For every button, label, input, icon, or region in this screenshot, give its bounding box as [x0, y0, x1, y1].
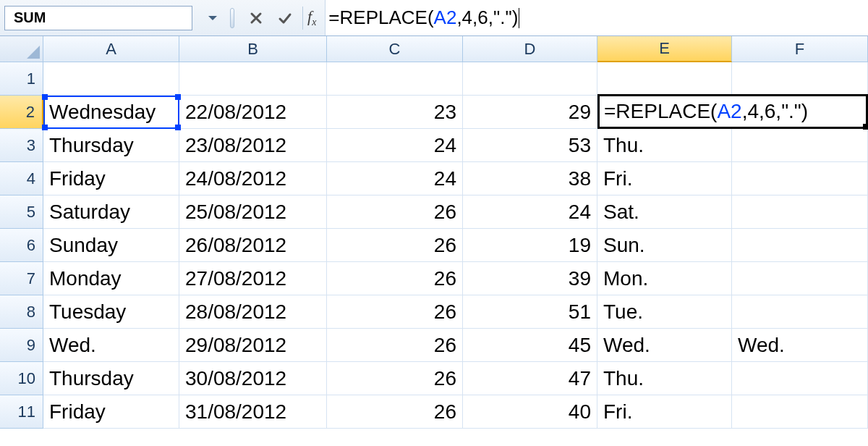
cell[interactable]: 40 — [463, 395, 597, 429]
cell[interactable]: Friday — [43, 162, 179, 195]
cell[interactable] — [43, 62, 179, 96]
column-header[interactable]: F — [732, 36, 868, 62]
cell[interactable]: Sun. — [597, 229, 732, 262]
row-header[interactable]: 11 — [0, 395, 43, 429]
cell[interactable]: Fri. — [597, 162, 732, 195]
editing-formula-suffix: ,4,6,".") — [742, 100, 808, 123]
cell[interactable]: 39 — [463, 262, 597, 295]
cell[interactable]: 25/08/2012 — [179, 195, 327, 229]
cell[interactable]: 22/08/2012 — [179, 96, 327, 129]
cell[interactable]: Wed. — [732, 329, 868, 362]
cell[interactable] — [732, 162, 868, 195]
cell[interactable]: Sunday — [43, 229, 179, 262]
fx-icon[interactable]: fx — [307, 7, 316, 28]
cell[interactable]: 28/08/2012 — [179, 295, 327, 329]
name-box-dropdown[interactable] — [200, 5, 226, 31]
cell[interactable]: Sat. — [597, 195, 732, 229]
formula-input[interactable]: =REPLACE(A2,4,6,".") — [325, 0, 868, 35]
cell[interactable]: 23/08/2012 — [179, 129, 327, 162]
cell[interactable]: Thursday — [43, 362, 179, 395]
cell[interactable]: Mon. — [597, 262, 732, 295]
cell[interactable]: Wed. — [597, 329, 732, 362]
column-header[interactable]: B — [179, 36, 327, 62]
cell[interactable] — [732, 295, 868, 329]
cell[interactable]: Fri. — [597, 395, 732, 429]
cell[interactable]: 24 — [327, 162, 463, 195]
cell[interactable]: 26 — [327, 195, 463, 229]
cell[interactable]: Wednesday — [43, 96, 179, 129]
cell[interactable]: 26 — [327, 395, 463, 429]
cell[interactable] — [732, 62, 868, 96]
cell[interactable]: 24/08/2012 — [179, 162, 327, 195]
cell[interactable]: Monday — [43, 262, 179, 295]
cell[interactable]: Wed. — [43, 329, 179, 362]
cell[interactable]: 29/08/2012 — [179, 329, 327, 362]
cell[interactable]: 26 — [327, 295, 463, 329]
cell[interactable]: 30/08/2012 — [179, 362, 327, 395]
cell[interactable]: 26 — [327, 262, 463, 295]
cell[interactable]: 26 — [327, 329, 463, 362]
table-row: 8 Tuesday 28/08/2012 26 51 Tue. — [0, 295, 868, 329]
cell[interactable]: 29 — [463, 96, 597, 129]
column-header[interactable]: D — [463, 36, 597, 62]
enter-formula-icon[interactable] — [272, 5, 298, 31]
cell[interactable]: Thu. — [597, 129, 732, 162]
table-row: 6 Sunday 26/08/2012 26 19 Sun. — [0, 229, 868, 262]
formula-bar: SUM fx =REPLACE(A2,4,6,".") — [0, 0, 868, 36]
column-header-row: A B C D E F — [0, 36, 868, 62]
cell[interactable]: Thu. — [597, 362, 732, 395]
table-row: 9 Wed. 29/08/2012 26 45 Wed. Wed. — [0, 329, 868, 362]
row-header[interactable]: 1 — [0, 62, 43, 96]
cell[interactable]: 31/08/2012 — [179, 395, 327, 429]
cell[interactable]: 53 — [463, 129, 597, 162]
cell[interactable]: Saturday — [43, 195, 179, 229]
column-header[interactable]: C — [327, 36, 463, 62]
cell[interactable] — [732, 395, 868, 429]
row-header[interactable]: 7 — [0, 262, 43, 295]
cell[interactable] — [732, 362, 868, 395]
name-box[interactable]: SUM — [4, 6, 192, 30]
row-header[interactable]: 9 — [0, 329, 43, 362]
cell[interactable]: 26/08/2012 — [179, 229, 327, 262]
cell[interactable]: 23 — [327, 96, 463, 129]
cancel-formula-icon[interactable] — [243, 5, 269, 31]
row-header[interactable]: 4 — [0, 162, 43, 195]
cell[interactable]: 26 — [327, 229, 463, 262]
cell[interactable]: 38 — [463, 162, 597, 195]
active-cell-editor[interactable]: =REPLACE(A2,4,6,".") — [597, 94, 868, 129]
cell[interactable] — [597, 62, 732, 96]
cell[interactable]: Friday — [43, 395, 179, 429]
spreadsheet-grid[interactable]: A B C D E F 1 2 Wednesday 22/08/2012 23 … — [0, 36, 868, 429]
row-header[interactable]: 10 — [0, 362, 43, 395]
cell[interactable] — [327, 62, 463, 96]
formula-text-suffix: ,4,6,".") — [456, 7, 518, 29]
cell[interactable]: 24 — [327, 129, 463, 162]
cell[interactable] — [179, 62, 327, 96]
cell[interactable] — [732, 129, 868, 162]
cell[interactable] — [732, 195, 868, 229]
row-header[interactable]: 5 — [0, 195, 43, 229]
cell[interactable]: Tuesday — [43, 295, 179, 329]
column-header[interactable]: A — [43, 36, 179, 62]
fill-handle[interactable] — [863, 124, 868, 130]
cell[interactable]: 24 — [463, 195, 597, 229]
cell[interactable]: Thursday — [43, 129, 179, 162]
select-all-corner[interactable] — [0, 36, 43, 62]
cell[interactable] — [732, 229, 868, 262]
row-header[interactable]: 3 — [0, 129, 43, 162]
table-row: 5 Saturday 25/08/2012 26 24 Sat. — [0, 195, 868, 229]
cell[interactable] — [732, 262, 868, 295]
cell[interactable]: Tue. — [597, 295, 732, 329]
cell[interactable]: 27/08/2012 — [179, 262, 327, 295]
formula-bar-splitter[interactable] — [229, 8, 236, 28]
row-header[interactable]: 6 — [0, 229, 43, 262]
cell[interactable]: 47 — [463, 362, 597, 395]
cell[interactable]: 26 — [327, 362, 463, 395]
cell[interactable]: 19 — [463, 229, 597, 262]
row-header[interactable]: 2 — [0, 96, 43, 129]
cell[interactable]: 45 — [463, 329, 597, 362]
column-header[interactable]: E — [597, 36, 732, 62]
cell[interactable] — [463, 62, 597, 96]
cell[interactable]: 51 — [463, 295, 597, 329]
row-header[interactable]: 8 — [0, 295, 43, 329]
